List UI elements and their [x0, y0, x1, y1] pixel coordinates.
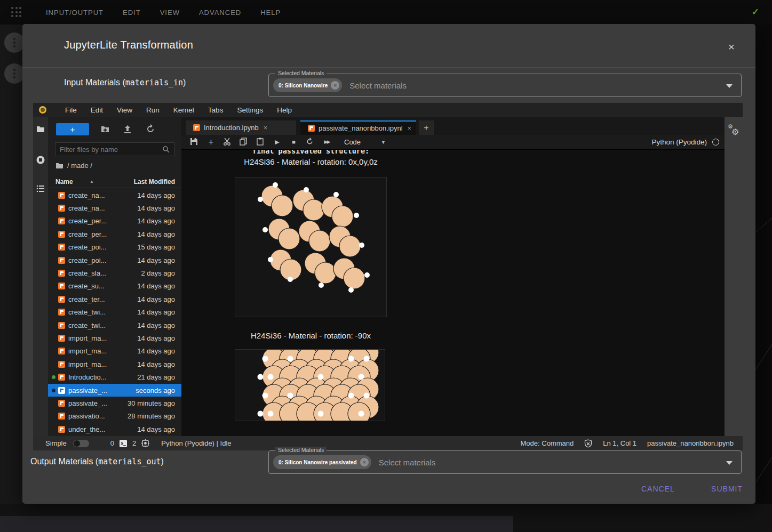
cell-type-select[interactable]: Code — [344, 138, 361, 146]
file-row[interactable]: create_poi...14 days ago — [48, 254, 181, 267]
submit-button[interactable]: SUBMIT — [706, 480, 748, 497]
table-of-contents-icon[interactable] — [36, 184, 45, 194]
file-row[interactable]: Introductio...21 days ago — [48, 370, 181, 383]
file-row[interactable]: passivate_...30 minutes ago — [48, 397, 181, 409]
jupyter-menu-item[interactable]: Kernel — [166, 106, 201, 114]
material-chip[interactable]: 0: Silicon Nanowire passivated × — [273, 455, 371, 469]
tab-close-icon[interactable]: × — [264, 124, 268, 132]
file-row[interactable]: create_na...14 days ago — [48, 201, 181, 214]
app-menu-item[interactable]: HELP — [260, 9, 281, 17]
file-browser-icon[interactable] — [36, 124, 45, 134]
file-row[interactable]: create_twi...14 days ago — [48, 306, 181, 319]
paste-cell-icon[interactable] — [256, 138, 265, 147]
floating-menu-button[interactable] — [4, 33, 25, 53]
jupyter-menu-item[interactable]: View — [110, 106, 139, 114]
simple-mode-toggle[interactable] — [73, 440, 89, 447]
run-all-icon[interactable]: ▶▶ — [322, 138, 331, 147]
file-modified: 21 days ago — [137, 373, 175, 381]
running-sessions-icon[interactable] — [36, 155, 45, 165]
file-row[interactable]: create_ter...14 days ago — [48, 293, 181, 305]
file-row[interactable]: create_na...14 days ago — [48, 189, 181, 201]
jupyter-menu-item[interactable]: Tabs — [201, 106, 230, 114]
notebook-tab[interactable]: passivate_nanoribbon.ipynb× — [300, 120, 416, 135]
app-menu-item[interactable]: VIEW — [160, 9, 180, 17]
save-icon[interactable] — [190, 138, 199, 147]
stop-kernel-icon[interactable]: ■ — [289, 138, 298, 147]
kernel-status-icon[interactable] — [712, 139, 719, 146]
tab-close-icon[interactable]: × — [407, 124, 411, 132]
file-row[interactable]: create_poi...15 days ago — [48, 241, 181, 254]
jupyter-statusbar: Simple 0 s_ 2 Python (Pyodide) | Idle Mo… — [33, 436, 743, 450]
notebook-tab[interactable]: Introduction.ipynb× — [186, 120, 296, 135]
file-name: create_poi... — [68, 256, 107, 264]
file-modified: 14 days ago — [137, 204, 175, 212]
upload-icon[interactable] — [123, 124, 132, 134]
file-dot — [52, 206, 55, 210]
cell-type-caret-icon[interactable]: ▼ — [381, 140, 386, 145]
file-row[interactable]: create_per...14 days ago — [48, 215, 181, 228]
input-materials-legend: Selected Materials — [275, 70, 327, 76]
file-row[interactable]: create_per...14 days ago — [48, 228, 181, 240]
input-materials-select[interactable]: Selected Materials 0: Silicon Nanowire ×… — [268, 74, 742, 97]
file-name: passivate_... — [68, 399, 107, 407]
notebook-file-icon — [58, 244, 65, 251]
breadcrumb[interactable]: / made / — [55, 162, 92, 170]
file-row[interactable]: import_ma...14 days ago — [48, 358, 181, 370]
file-row[interactable]: passivate_...seconds ago — [48, 384, 181, 397]
jupyter-menu-item[interactable]: Settings — [230, 106, 270, 114]
file-modified: 30 minutes ago — [128, 399, 175, 407]
new-folder-icon[interactable] — [100, 124, 110, 134]
notebook-content[interactable]: final passivated structure: H24Si36 - Ma… — [181, 150, 725, 436]
file-browser: + Filter files by name / made / — [48, 117, 181, 436]
input-label-prefix: Input Materials ( — [64, 78, 125, 87]
copy-cell-icon[interactable] — [240, 138, 249, 147]
cut-cell-icon[interactable] — [223, 138, 232, 147]
file-row[interactable]: import_ma...14 days ago — [48, 332, 181, 344]
new-launcher-button[interactable]: + — [56, 123, 89, 135]
cursor-position[interactable]: Ln 1, Col 1 — [603, 439, 636, 447]
dropdown-caret-icon[interactable] — [726, 461, 733, 465]
kernel-name[interactable]: Python (Pyodide) — [651, 138, 707, 146]
column-name[interactable]: Name — [55, 178, 73, 186]
dropdown-caret-icon[interactable] — [726, 84, 733, 88]
file-row[interactable]: create_sla...2 days ago — [48, 267, 181, 279]
tab-label: passivate_nanoribbon.ipynb — [319, 124, 402, 132]
file-row[interactable]: passivatio...28 minutes ago — [48, 410, 181, 423]
input-label-suffix: ) — [183, 78, 186, 87]
run-cell-icon[interactable]: ▶ — [273, 138, 282, 147]
chip-remove-icon[interactable]: × — [331, 81, 339, 90]
jupyter-menu-item[interactable]: File — [58, 106, 84, 114]
material-chip[interactable]: 0: Silicon Nanowire × — [273, 78, 342, 92]
chip-remove-icon[interactable]: × — [360, 458, 369, 466]
jupyter-menu-item[interactable]: Help — [270, 106, 299, 114]
app-menu-item[interactable]: INPUT/OUTPUT — [46, 9, 104, 17]
app-menu-item[interactable]: EDIT — [123, 9, 141, 17]
jupyter-menu-item[interactable]: Edit — [84, 106, 110, 114]
column-last-modified[interactable]: Last Modified — [134, 178, 175, 186]
dialog-close-icon[interactable]: × — [725, 40, 738, 54]
output-label-prefix: Output Materials ( — [30, 457, 98, 466]
terminal-icon[interactable]: s_ — [120, 440, 127, 447]
file-name: under_the... — [68, 425, 105, 433]
filter-files-input[interactable]: Filter files by name — [55, 142, 174, 156]
app-menu-item[interactable]: ADVANCED — [199, 9, 241, 17]
insert-cell-icon[interactable]: + — [206, 138, 216, 147]
output-materials-select[interactable]: Selected Materials 0: Silicon Nanowire p… — [268, 450, 742, 474]
cancel-button[interactable]: CANCEL — [636, 480, 680, 497]
trust-shield-icon[interactable] — [584, 439, 592, 448]
notebook-file-icon — [58, 335, 65, 342]
file-row[interactable]: under_the...14 days ago — [48, 423, 181, 436]
file-row[interactable]: import_ma...14 days ago — [48, 345, 181, 358]
new-tab-button[interactable]: + — [419, 120, 434, 135]
app-grid-logo-icon[interactable] — [11, 7, 22, 18]
notebook-file-icon — [58, 400, 65, 407]
kernel-sessions-icon[interactable] — [141, 439, 149, 447]
file-row[interactable]: create_twi...14 days ago — [48, 319, 181, 332]
refresh-icon[interactable] — [146, 124, 155, 134]
command-mode-indicator[interactable]: Mode: Command — [521, 439, 574, 447]
floating-menu-button[interactable] — [4, 63, 25, 84]
jupyter-menu-item[interactable]: Run — [139, 106, 166, 114]
file-dot — [52, 271, 55, 275]
file-row[interactable]: create_su...14 days ago — [48, 280, 181, 293]
restart-kernel-icon[interactable] — [306, 138, 315, 147]
